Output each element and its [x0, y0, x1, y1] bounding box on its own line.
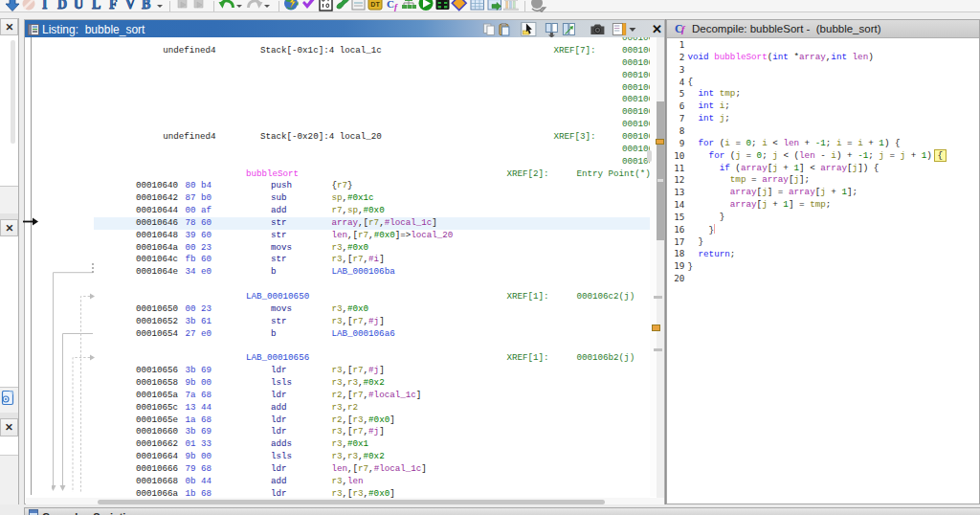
- svg-text:f: f: [394, 2, 398, 11]
- svg-text:DT: DT: [370, 1, 380, 8]
- svg-text:C: C: [387, 0, 394, 10]
